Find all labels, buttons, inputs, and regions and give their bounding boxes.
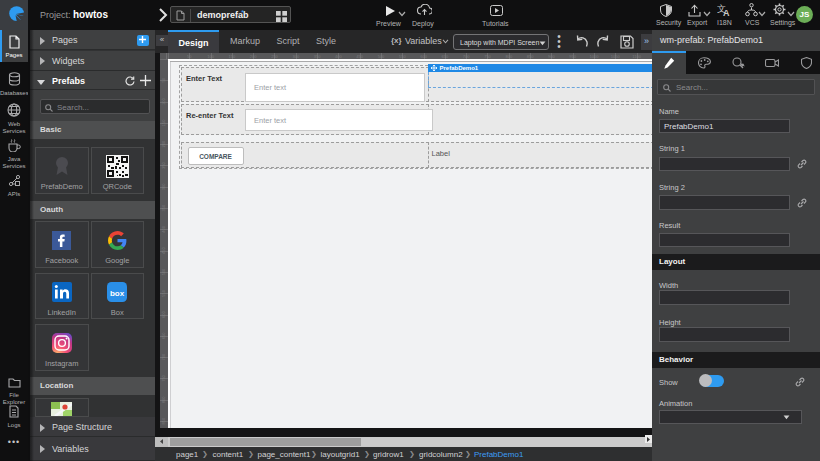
svg-text:100: 100 [161,97,166,104]
svg-text:700: 700 [161,353,166,360]
svg-text:50: 50 [161,77,166,82]
svg-text:850: 850 [161,416,166,423]
svg-text:box: box [110,288,125,297]
svg-text:650: 650 [161,331,166,338]
svg-text:750: 750 [161,374,166,381]
svg-text:800: 800 [161,395,166,402]
svg-text:400: 400 [161,225,166,232]
svg-text:450: 450 [161,246,166,253]
svg-text:600: 600 [161,310,166,317]
svg-text:250: 250 [161,161,166,168]
svg-text:150: 150 [161,118,166,125]
svg-text:500: 500 [161,267,166,274]
svg-text:300: 300 [161,182,166,189]
svg-text:350: 350 [161,203,166,210]
svg-text:550: 550 [161,289,166,296]
svg-text:200: 200 [161,140,166,147]
svg-text:A: A [723,8,730,17]
